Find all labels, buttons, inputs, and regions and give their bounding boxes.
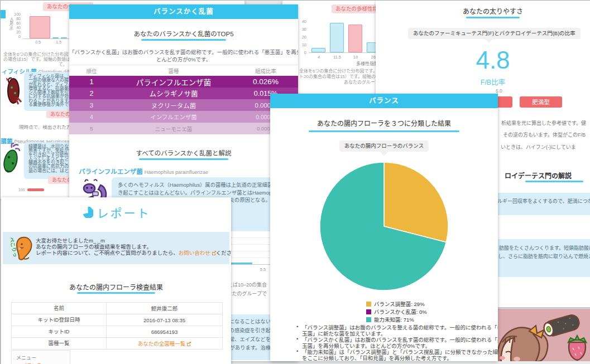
y-tick: 40 bbox=[11, 26, 21, 30]
y-tick: 100 bbox=[11, 12, 21, 16]
row-value: 2016-07-13 08:35 bbox=[107, 317, 222, 323]
bodytype-button-obese[interactable]: 肥満型 bbox=[520, 96, 562, 108]
x-tick: 4 bbox=[312, 55, 325, 60]
fb-paragraph: その逆の方もいます。体型がこのF/B bbox=[503, 131, 586, 138]
difficile-bacteria-illustration bbox=[4, 73, 23, 105]
menu-label: メニュー bbox=[16, 354, 36, 361]
top5-title: あなたのバランスかく乱菌のTOP5 bbox=[69, 29, 298, 38]
mini-scale-label: 100 bbox=[18, 188, 25, 192]
x-axis-title: 多様性指数 bbox=[356, 60, 378, 66]
external-link-icon bbox=[186, 342, 191, 346]
report-title: レポート bbox=[97, 204, 151, 221]
x-axis bbox=[23, 38, 74, 39]
x-tick: 1.5 bbox=[54, 40, 64, 44]
fat-card-title: あなたの太りやすさ bbox=[376, 6, 590, 16]
phylum-box-2-text: 肪酸をたくさんつくります。短鎖脂肪酸は、血中の bbox=[499, 244, 590, 251]
legend-item: バランス調整菌: 29% bbox=[366, 300, 425, 308]
phylum-box-1-text: ルギー回収率をよくするので、肥満につながると考 bbox=[497, 197, 590, 205]
legend-item: 能力未知菌: 71% bbox=[366, 316, 414, 323]
mini-red-bar bbox=[27, 188, 44, 191]
row-value: 鯨井康二郎 bbox=[107, 304, 222, 312]
legend-swatch-unknown bbox=[366, 317, 371, 322]
y-tick: 60 bbox=[11, 21, 21, 25]
banner-line: レポート内容について、ご不明点やご質問がありましたら、お問い合わせください。 bbox=[36, 249, 231, 256]
x-tick: 11.5 bbox=[330, 55, 344, 60]
top5-row[interactable]: 2ムシラギノサ菌0.015% bbox=[69, 88, 298, 99]
balance-card-header: バランス bbox=[270, 94, 498, 108]
menu-box: メニュー 1. バランス bbox=[11, 350, 70, 364]
fb-paragraph: いときは、ハイフン(-)にしていま bbox=[501, 143, 576, 151]
column-species: 菌種 bbox=[114, 67, 233, 75]
contact-link[interactable]: お問い合わせ bbox=[179, 250, 210, 256]
top5-row[interactable]: 4インフルエンザ菌0.000% bbox=[69, 111, 298, 123]
report-card: レポート ぺこりっ 大変お待たせしましたm_ _m あなたの腸内フローラの検査結… bbox=[1, 197, 231, 364]
table-row: 名前 鯨井康二郎 bbox=[12, 303, 222, 314]
x-axis bbox=[309, 52, 384, 53]
strawberry-illustration bbox=[564, 332, 590, 361]
disruptor-card-header: バランスかく乱菌 bbox=[69, 4, 298, 19]
legend-item: バランスかく乱菌: 0% bbox=[366, 308, 427, 316]
result-table: 名前 鯨井康二郎 キットID登録日時 2016-07-13 08:35 キットI… bbox=[11, 302, 223, 350]
flora-balance-pie-chart[interactable] bbox=[318, 161, 450, 292]
phylum-box-2-text: し、さらに脂肪を筋肉に取り込んで燃焼させる効果 bbox=[498, 253, 590, 260]
fb-ratio-value: 4.8 bbox=[376, 46, 590, 74]
x-tick: 0.5 bbox=[33, 40, 43, 44]
balance-title: あなたの腸内フローラを３つに分類した結果 bbox=[270, 118, 498, 128]
table-row: キットID登録日時 2016-07-13 08:35 bbox=[12, 314, 222, 326]
scale-tick: 6.0 bbox=[496, 88, 502, 94]
menu-item-balance[interactable]: 1. バランス bbox=[16, 362, 42, 364]
row-label: 名前 bbox=[12, 303, 107, 314]
balance-card: バランス あなたの腸内フローラを３つに分類した結果 あなたの腸内フローラのバラン… bbox=[270, 94, 498, 361]
report-header: レポート bbox=[1, 204, 231, 221]
column-ratio: 組成比率 bbox=[233, 67, 298, 75]
row-value: 686954193 bbox=[107, 329, 222, 335]
top5-description: とんどの方が0%です。 bbox=[69, 55, 298, 63]
species-latin: Haemophilus parainfluenzae bbox=[145, 169, 208, 175]
mascot-illustration: ぺこりっ bbox=[7, 234, 36, 262]
x-tick: 19 bbox=[349, 55, 362, 60]
table-row: キットID 686954193 bbox=[12, 326, 222, 338]
legend-swatch-adjuster bbox=[366, 302, 371, 307]
y-tick: 20 bbox=[11, 30, 21, 34]
row-label: キットID登録日時 bbox=[12, 314, 107, 326]
row-label: 菌種一覧 bbox=[12, 338, 107, 349]
y-tick: 80 bbox=[11, 17, 21, 21]
balance-bullet: をここに分類しており、「日和見菌」を再分類した考え方です。 bbox=[302, 354, 452, 361]
aeruginosa-bacteria-illustration bbox=[2, 142, 22, 174]
fb-ratio-unit: F/B比率 bbox=[376, 76, 590, 87]
diversity-bar-chart[interactable] bbox=[311, 21, 381, 52]
y-tick: 0 bbox=[11, 35, 21, 38]
top5-header-row: 順位 菌種 組成比率 bbox=[69, 65, 298, 77]
legend-swatch-disruptor bbox=[366, 309, 371, 314]
cyan-header-sliver bbox=[0, 10, 6, 18]
row-label: キットID bbox=[12, 326, 107, 337]
table-row: 菌種一覧 あなたの全菌種一覧 bbox=[12, 338, 222, 350]
phylum-section-title: ロイデーテス門の解説 bbox=[505, 171, 572, 180]
top5-row[interactable]: 1パラインフルエンザ菌0.026% bbox=[69, 76, 298, 88]
fb-paragraph: 析結果を元に算出した参考値です。健 bbox=[501, 119, 586, 127]
welsh-bar-chart[interactable] bbox=[30, 16, 67, 38]
result-section-title: あなたの腸内フローラ検査結果 bbox=[1, 282, 231, 292]
mini-x-tick: 5.5 bbox=[257, 267, 268, 272]
illustration-card bbox=[498, 309, 590, 361]
species-name-parainfluenzae: パラインフルエンザ菌 Haemophilus parainfluenzae bbox=[79, 167, 208, 176]
all-species-link[interactable]: あなたの全菌種一覧 bbox=[138, 341, 186, 347]
top5-row[interactable]: 5ニューモニエ菌0.000% bbox=[69, 123, 298, 134]
pie-chart-icon bbox=[82, 207, 93, 218]
all-disruptors-title: すべてのバランスかく乱菌と解説 bbox=[69, 148, 298, 157]
top5-row[interactable]: 3ヌクリータム菌0.000% bbox=[69, 99, 298, 111]
column-rank: 順位 bbox=[69, 67, 114, 75]
row-value: あなたの全菌種一覧 bbox=[107, 339, 222, 347]
top5-description: 「バランスかく乱菌」はお腹のバランスを乱す菌の総称です。一般的に使われる「悪玉菌… bbox=[69, 48, 298, 56]
external-link-icon bbox=[212, 251, 216, 255]
chart-caption: て、 bbox=[59, 61, 68, 67]
fb-ratio-tooltip: あなたのファーミキューテス門(F)とバクテロイデーテス門(B)の比率 bbox=[408, 28, 581, 39]
report-collage: あなたのウェルシ 人数(%) 100 80 60 40 20 0 0.5 1.5… bbox=[0, 0, 590, 364]
